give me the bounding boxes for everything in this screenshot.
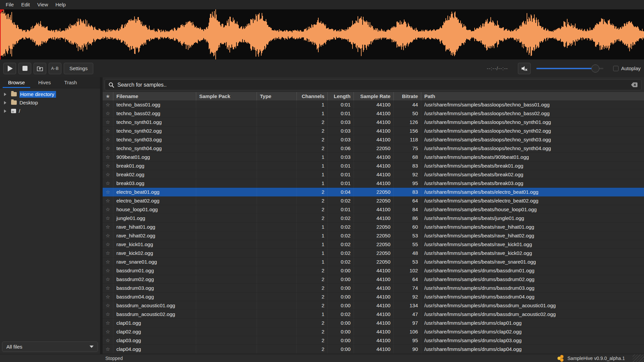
- expand-arrow-icon[interactable]: [4, 109, 6, 113]
- column-header-channels[interactable]: Channels: [297, 92, 328, 100]
- column-header-filename[interactable]: Filename: [113, 92, 196, 100]
- table-row[interactable]: ☆ clap02.ogg 2 0:00 44100 106 /usr/share…: [103, 327, 644, 336]
- cell-sample-rate: 22050: [354, 144, 394, 152]
- favorite-star-icon[interactable]: ☆: [103, 301, 113, 310]
- table-row[interactable]: ☆ bassdrum04.ogg 2 0:00 44100 92 /usr/sh…: [103, 292, 644, 301]
- favorite-star-icon[interactable]: ☆: [103, 231, 113, 240]
- column-header-length[interactable]: Length: [328, 92, 354, 100]
- table-row[interactable]: ☆ bassdrum02.ogg 2 0:00 44100 64 /usr/sh…: [103, 275, 644, 284]
- column-header-path[interactable]: Path: [421, 92, 644, 100]
- play-button[interactable]: [3, 63, 16, 74]
- favorite-star-icon[interactable]: ☆: [103, 258, 113, 266]
- favorite-star-icon[interactable]: ☆: [103, 179, 113, 187]
- cell-type: [257, 336, 297, 345]
- table-row[interactable]: ☆ house_loop01.ogg 2 0:01 44100 84 /usr/…: [103, 205, 644, 214]
- table-row[interactable]: ☆ rave_kick02.ogg 1 0:02 22050 48 /usr/s…: [103, 249, 644, 258]
- favorite-star-icon[interactable]: ☆: [103, 153, 113, 161]
- file-filter-dropdown[interactable]: All files: [2, 342, 98, 352]
- favorite-star-icon[interactable]: ☆: [103, 275, 113, 283]
- table-row[interactable]: ☆ rave_hihat02.ogg 1 0:02 22050 53 /usr/…: [103, 231, 644, 240]
- favorite-star-icon[interactable]: ☆: [103, 214, 113, 222]
- sidebar-tab[interactable]: Browse: [1, 77, 32, 88]
- autoplay-checkbox[interactable]: [613, 66, 619, 71]
- table-row[interactable]: ☆ clap04.ogg 2 0:00 44100 90 /usr/share/…: [103, 345, 644, 354]
- table-row[interactable]: ☆ techno_synth03.ogg 2 0:03 44100 118 /u…: [103, 135, 644, 144]
- resize-grip[interactable]: [633, 354, 644, 362]
- table-row[interactable]: ☆ break01.ogg 1 0:01 44100 83 /usr/share…: [103, 162, 644, 170]
- waveform-panel[interactable]: [0, 9, 644, 59]
- table-row[interactable]: ☆ techno_synth04.ogg 2 0:06 22050 75 /us…: [103, 144, 644, 153]
- menu-item[interactable]: View: [34, 0, 52, 9]
- column-header-favorite[interactable]: ★: [103, 92, 113, 100]
- favorite-star-icon[interactable]: ☆: [103, 240, 113, 248]
- table-row[interactable]: ☆ bassdrum_acoustic01.ogg 2 0:00 44100 1…: [103, 301, 644, 310]
- table-row[interactable]: ☆ rave_hihat01.ogg 1 0:02 22050 60 /usr/…: [103, 223, 644, 231]
- menu-item[interactable]: Edit: [17, 0, 34, 9]
- sidebar-tab[interactable]: Trash: [58, 77, 84, 88]
- table-row[interactable]: ☆ techno_synth02.ogg 2 0:03 44100 156 /u…: [103, 127, 644, 135]
- column-header-sample-rate[interactable]: Sample Rate: [354, 92, 394, 100]
- loop-ab-button[interactable]: A-B: [49, 63, 61, 74]
- favorite-star-icon[interactable]: ☆: [103, 127, 113, 135]
- favorite-star-icon[interactable]: ☆: [103, 188, 113, 196]
- favorite-star-icon[interactable]: ☆: [103, 162, 113, 170]
- open-file-button[interactable]: [34, 63, 46, 74]
- cell-bitrate: 95: [394, 179, 421, 187]
- clear-search-icon[interactable]: [631, 82, 638, 87]
- table-row[interactable]: ☆ bassdrum01.ogg 2 0:00 44100 102 /usr/s…: [103, 266, 644, 275]
- table-row[interactable]: ☆ bassdrum_acoustic02.ogg 1 0:02 44100 4…: [103, 310, 644, 319]
- table-row[interactable]: ☆ techno_bass02.ogg 1 0:01 44100 50 /usr…: [103, 109, 644, 118]
- cell-filename: bassdrum04.ogg: [113, 292, 196, 301]
- favorite-star-icon[interactable]: ☆: [103, 170, 113, 179]
- tree-item[interactable]: Desktop: [0, 98, 100, 107]
- playhead-marker[interactable]: [0, 9, 1, 59]
- favorite-star-icon[interactable]: ☆: [103, 266, 113, 275]
- favorite-star-icon[interactable]: ☆: [103, 336, 113, 345]
- favorite-star-icon[interactable]: ☆: [103, 205, 113, 214]
- table-row[interactable]: ☆ break03.ogg 1 0:01 44100 95 /usr/share…: [103, 179, 644, 188]
- favorite-star-icon[interactable]: ☆: [103, 100, 113, 109]
- favorite-star-icon[interactable]: ☆: [103, 109, 113, 118]
- table-row[interactable]: ☆ rave_kick01.ogg 1 0:02 22050 55 /usr/s…: [103, 240, 644, 249]
- favorite-star-icon[interactable]: ☆: [103, 118, 113, 126]
- table-row[interactable]: ☆ bassdrum03.ogg 2 0:00 44100 74 /usr/sh…: [103, 284, 644, 292]
- column-header-type[interactable]: Type: [257, 92, 297, 100]
- stop-button[interactable]: [18, 63, 31, 74]
- search-input[interactable]: [117, 82, 628, 88]
- menu-item[interactable]: Help: [52, 0, 69, 9]
- cell-type: [257, 135, 297, 144]
- table-row[interactable]: ☆ electro_beat01.ogg 2 0:04 22050 83 /us…: [103, 188, 644, 196]
- volume-knob[interactable]: [591, 64, 599, 73]
- favorite-star-icon[interactable]: ☆: [103, 144, 113, 152]
- menu-item[interactable]: File: [2, 0, 17, 9]
- settings-button[interactable]: Settings: [64, 63, 93, 74]
- tree-item[interactable]: /: [0, 107, 100, 115]
- tree-item[interactable]: Home directory: [0, 90, 100, 98]
- table-row[interactable]: ☆ rave_snare01.ogg 1 0:02 22050 53 /usr/…: [103, 258, 644, 266]
- favorite-star-icon[interactable]: ☆: [103, 284, 113, 292]
- table-row[interactable]: ☆ techno_bass01.ogg 1 0:01 44100 44 /usr…: [103, 100, 644, 109]
- column-header-sample-pack[interactable]: Sample Pack: [196, 92, 257, 100]
- mute-button[interactable]: [518, 63, 531, 74]
- table-row[interactable]: ☆ clap01.ogg 2 0:00 44100 97 /usr/share/…: [103, 319, 644, 327]
- sidebar-tab[interactable]: Hives: [32, 77, 58, 88]
- favorite-star-icon[interactable]: ☆: [103, 135, 113, 144]
- favorite-star-icon[interactable]: ☆: [103, 310, 113, 318]
- table-row[interactable]: ☆ 909beat01.ogg 1 0:03 44100 68 /usr/sha…: [103, 153, 644, 162]
- column-header-bitrate[interactable]: Bitrate: [394, 92, 421, 100]
- favorite-star-icon[interactable]: ☆: [103, 327, 113, 336]
- table-row[interactable]: ☆ break02.ogg 1 0:01 44100 92 /usr/share…: [103, 170, 644, 179]
- expand-arrow-icon[interactable]: [4, 93, 6, 96]
- favorite-star-icon[interactable]: ☆: [103, 249, 113, 257]
- favorite-star-icon[interactable]: ☆: [103, 345, 113, 353]
- table-row[interactable]: ☆ electro_beat02.ogg 2 0:02 22050 64 /us…: [103, 196, 644, 205]
- table-row[interactable]: ☆ clap03.ogg 2 0:00 44100 95 /usr/share/…: [103, 336, 644, 345]
- favorite-star-icon[interactable]: ☆: [103, 196, 113, 205]
- favorite-star-icon[interactable]: ☆: [103, 292, 113, 301]
- table-row[interactable]: ☆ jungle01.ogg 2 0:02 44100 86 /usr/shar…: [103, 214, 644, 223]
- favorite-star-icon[interactable]: ☆: [103, 319, 113, 327]
- expand-arrow-icon[interactable]: [4, 101, 6, 104]
- volume-slider[interactable]: [536, 64, 603, 73]
- table-row[interactable]: ☆ techno_synth01.ogg 2 0:03 44100 126 /u…: [103, 118, 644, 127]
- favorite-star-icon[interactable]: ☆: [103, 223, 113, 231]
